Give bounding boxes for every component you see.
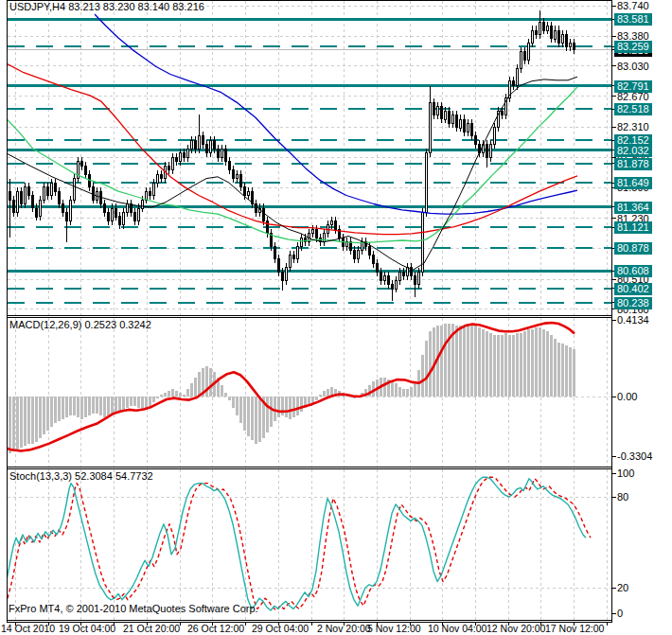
level-price-badge: 81.878 xyxy=(614,158,652,170)
macd-indicator-label: MACD(12,26,9) 0.2523 0.3242 xyxy=(9,319,151,331)
stoch-axis-label: 0 xyxy=(617,608,623,620)
level-price-badge: 81.121 xyxy=(614,221,652,234)
time-axis-label: 2 Nov 20:00 xyxy=(317,623,371,634)
price-axis-label: 83.030 xyxy=(617,61,649,73)
level-price-badge: 80.878 xyxy=(614,242,652,255)
level-price-badge: 82.791 xyxy=(614,80,652,93)
macd-axis-label: 0.4134 xyxy=(617,314,649,326)
time-axis-label: 5 Nov 12:00 xyxy=(367,623,421,634)
macd-axis-label: 0.00 xyxy=(617,391,637,403)
time-axis-label: 26 Oct 12:00 xyxy=(187,623,244,634)
stoch-indicator-label: Stoch(13,3,3) 52.3084 54.7732 xyxy=(9,470,153,483)
time-axis-label: 29 Oct 04:00 xyxy=(252,623,309,634)
time-axis-label: 21 Oct 20:00 xyxy=(123,623,180,634)
price-chart-canvas[interactable] xyxy=(0,0,672,635)
level-price-badge: 83.581 xyxy=(614,13,652,26)
level-price-badge: 83.259 xyxy=(614,41,652,53)
chart-title-ohlc: USDJPY,H4 83.213 83.230 83.140 83.216 xyxy=(9,1,204,13)
stoch-axis-label: 20 xyxy=(617,582,628,594)
platform-copyright: FxPro MT4, © 2001-2010 MetaQuotes Softwa… xyxy=(9,603,258,615)
stoch-axis-label: 100 xyxy=(617,467,634,480)
level-price-badge: 81.364 xyxy=(614,202,652,214)
level-price-badge: 80.238 xyxy=(614,297,652,309)
time-axis-label: 19 Oct 04:00 xyxy=(59,623,115,634)
level-price-badge: 80.608 xyxy=(614,265,652,277)
time-axis-label: 10 Nov 04:00 xyxy=(428,623,486,634)
level-price-badge: 80.402 xyxy=(614,283,652,295)
level-price-badge: 82.518 xyxy=(614,103,652,115)
mt4-chart-window: USDJPY,H4 83.213 83.230 83.140 83.216 MA… xyxy=(0,0,672,635)
price-axis-label: 83.740 xyxy=(617,0,649,12)
time-axis-label: 17 Nov 12:00 xyxy=(545,623,604,634)
level-price-badge: 81.649 xyxy=(614,177,652,189)
price-axis-label: 82.310 xyxy=(617,121,649,133)
stoch-axis-label: 80 xyxy=(617,491,628,503)
time-axis-label: 14 Oct 2010 xyxy=(1,623,55,634)
time-axis-label: 12 Nov 20:00 xyxy=(486,623,545,634)
level-price-badge: 82.032 xyxy=(614,145,652,157)
macd-axis-label: -0.3304 xyxy=(617,450,652,463)
